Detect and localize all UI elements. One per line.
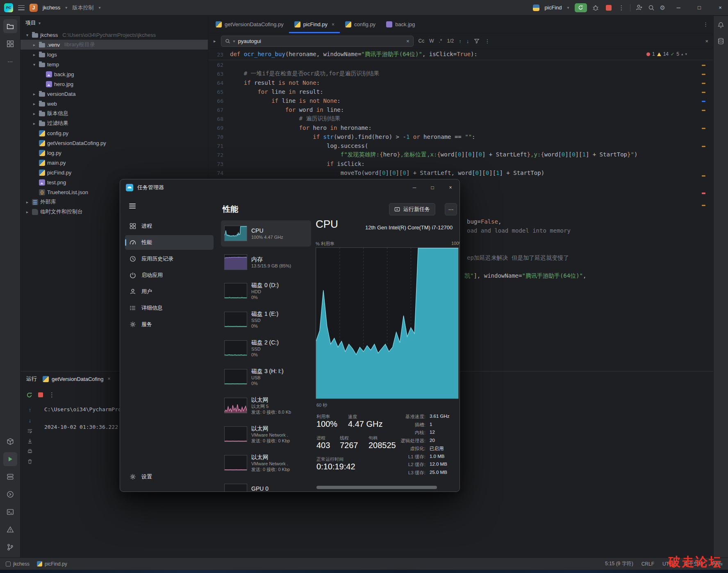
version-control-button[interactable] bbox=[3, 540, 17, 554]
scrollbar-mark[interactable] bbox=[702, 175, 705, 177]
code-line[interactable]: 72 f"发现英雄牌:{hero},坐标位置,x:{word[0][0][0] … bbox=[209, 150, 713, 159]
tree-item[interactable]: ▸版本信息 bbox=[20, 109, 208, 118]
tree-item[interactable]: ▸过滤结果 bbox=[20, 118, 208, 128]
search-input[interactable]: ▾ pyautogui × bbox=[221, 36, 414, 47]
module-widget[interactable]: jkchess bbox=[6, 561, 30, 567]
scroll-to-end-button[interactable] bbox=[27, 438, 33, 444]
regex-toggle[interactable]: .* bbox=[439, 38, 442, 44]
code-editor[interactable]: 6263 # 一堆if是在检查是否ocr成功,for是遍历识别结果64 if r… bbox=[209, 60, 713, 186]
run-panel-title[interactable]: 运行 bbox=[26, 375, 37, 383]
up-stack-trace-button[interactable]: ↑ bbox=[29, 407, 32, 413]
code-line[interactable]: 70 if str(word).find(hero) > -1 or heron… bbox=[209, 132, 713, 141]
close-search-button[interactable]: × bbox=[705, 38, 708, 44]
clear-console-button[interactable] bbox=[27, 459, 33, 464]
code-line[interactable]: 74 moveTo(word[0][0][0] + StartLeft, wor… bbox=[209, 168, 713, 177]
run-session-tab[interactable]: getVersionDataCofing × bbox=[43, 376, 111, 382]
tree-item-selected[interactable]: ▸.venvlibrary根目录 bbox=[20, 40, 208, 50]
scrollbar-mark[interactable] bbox=[702, 101, 705, 102]
search-everywhere-button[interactable] bbox=[648, 5, 655, 11]
code-line[interactable]: 73 if isClick: bbox=[209, 159, 713, 168]
line-ending-widget[interactable]: CRLF bbox=[642, 561, 654, 567]
perf-item-disk1[interactable]: 磁盘 1 (E:)SSD0% bbox=[221, 306, 311, 333]
task-manager-window[interactable]: 任务管理器 ─ □ × 进程 性能 应用历史记录 bbox=[120, 179, 460, 492]
vcs-widget[interactable]: 版本控制 bbox=[72, 4, 93, 11]
tree-item[interactable]: ▸web bbox=[20, 99, 208, 109]
tab-backjpg[interactable]: back.jpg bbox=[381, 16, 420, 33]
next-match-button[interactable]: ↓ bbox=[466, 38, 469, 44]
stop-button[interactable] bbox=[604, 3, 613, 12]
close-icon[interactable]: × bbox=[332, 22, 334, 27]
clear-search-icon[interactable]: × bbox=[406, 38, 410, 44]
scrollbar-mark[interactable] bbox=[702, 146, 705, 147]
search-options-button[interactable]: ⋮ bbox=[485, 38, 490, 44]
notifications-button[interactable] bbox=[717, 22, 724, 29]
nav-item-app-history[interactable]: 应用历史记录 bbox=[125, 251, 214, 266]
tree-item[interactable]: log.py bbox=[20, 148, 208, 158]
project-selector[interactable]: jkchess bbox=[43, 5, 60, 11]
stop-icon[interactable] bbox=[38, 392, 43, 397]
inspection-widget[interactable]: 1 14 ✓5 ▴ ▾ bbox=[644, 50, 689, 58]
cpu-utilization-chart[interactable] bbox=[316, 247, 459, 399]
tool-window-structure-button[interactable] bbox=[3, 37, 17, 51]
run-config-selector[interactable]: picFind bbox=[545, 5, 562, 11]
python-packages-button[interactable] bbox=[3, 435, 17, 448]
filter-button[interactable] bbox=[474, 38, 480, 44]
tool-window-services-button[interactable] bbox=[3, 470, 17, 484]
current-file-widget[interactable]: picFind.py bbox=[37, 561, 67, 567]
perf-item-disk2[interactable]: 磁盘 2 (C:)SSD0% bbox=[221, 335, 311, 361]
perf-item-disk0[interactable]: 磁盘 0 (D:)HDD0% bbox=[221, 278, 311, 304]
scrollbar-mark[interactable] bbox=[702, 83, 705, 84]
scrollbar-mark[interactable] bbox=[702, 193, 705, 194]
main-menu-button[interactable] bbox=[18, 5, 25, 10]
tree-item[interactable]: hero.jpg bbox=[20, 79, 208, 89]
minimize-button[interactable]: ─ bbox=[671, 0, 686, 16]
settings-button[interactable]: ⚙ bbox=[660, 4, 665, 11]
whole-words-toggle[interactable]: W bbox=[429, 38, 434, 44]
tab-config[interactable]: config.py bbox=[340, 16, 381, 33]
next-problem-button[interactable]: ▾ bbox=[685, 52, 687, 56]
perf-item-disk3[interactable]: 磁盘 3 (H: I:)USB0% bbox=[221, 364, 311, 390]
tree-item[interactable]: ▸logs bbox=[20, 50, 208, 59]
perf-item-ethernet[interactable]: 以太网以太网 5发送: 0 接收: 8.0 Kb bbox=[221, 392, 311, 419]
tool-window-run-button[interactable] bbox=[3, 452, 17, 466]
nav-item-startup-apps[interactable]: 启动应用 bbox=[125, 268, 214, 283]
close-button[interactable]: × bbox=[441, 179, 460, 196]
more-tool-windows-button[interactable]: ⋯ bbox=[3, 54, 17, 68]
minimize-button[interactable]: ─ bbox=[405, 179, 423, 196]
tree-item[interactable]: picFind.py bbox=[20, 168, 208, 177]
task-manager-titlebar[interactable]: 任务管理器 ─ □ × bbox=[120, 179, 460, 196]
code-line[interactable]: 62 bbox=[209, 60, 713, 69]
perf-item-gpu[interactable]: GPU 0NVIDIA GeForce... bbox=[221, 478, 311, 492]
nav-menu-button[interactable] bbox=[125, 200, 140, 212]
perf-item-ethernet-vmware1[interactable]: 以太网VMware Network .发送: 0 接收: 0 Kbp bbox=[221, 421, 311, 447]
caret-position-widget[interactable]: 5:15 (9 字符) bbox=[605, 560, 633, 567]
tree-item[interactable]: main.py bbox=[20, 158, 208, 168]
nav-item-services[interactable]: 服务 bbox=[125, 317, 214, 332]
horizontal-scrollbar[interactable] bbox=[316, 486, 437, 489]
code-line[interactable]: 64 if result is not None: bbox=[209, 78, 713, 87]
tree-item[interactable]: back.jpg bbox=[20, 69, 208, 79]
perf-item-memory[interactable]: 内存13.5/15.9 GB (85%) bbox=[221, 249, 311, 275]
tab-getversiondatacofing[interactable]: getVersionDataCofing.py bbox=[210, 16, 289, 33]
tree-item[interactable]: ▾jkchessC:\Users\oi34\PycharmProjects\jk… bbox=[20, 30, 208, 40]
close-icon[interactable]: × bbox=[107, 376, 110, 382]
scrollbar-mark[interactable] bbox=[702, 205, 705, 206]
print-button[interactable] bbox=[27, 448, 33, 454]
code-line[interactable]: 67 for word in line: bbox=[209, 105, 713, 114]
tab-options-button[interactable]: ⋮ bbox=[703, 21, 708, 27]
code-line[interactable]: 69 for hero in heroname: bbox=[209, 123, 713, 132]
chevron-down-icon[interactable]: ▾ bbox=[233, 39, 235, 43]
chevron-right-icon[interactable]: ▸ bbox=[214, 39, 216, 44]
python-console-button[interactable] bbox=[3, 487, 17, 501]
scrollbar-mark[interactable] bbox=[702, 65, 705, 66]
tree-item[interactable]: ▾temp bbox=[20, 59, 208, 69]
tree-item[interactable]: config.py bbox=[20, 128, 208, 138]
problems-button[interactable] bbox=[3, 523, 17, 537]
debug-button[interactable] bbox=[592, 5, 599, 11]
nav-item-users[interactable]: 用户 bbox=[125, 284, 214, 299]
code-line[interactable]: 66 if line is not None: bbox=[209, 96, 713, 105]
tree-item[interactable]: ▸versionData bbox=[20, 89, 208, 99]
project-panel-header[interactable]: 项目 ▾ bbox=[20, 16, 208, 30]
code-line[interactable]: 71 log.success( bbox=[209, 141, 713, 150]
soft-wrap-button[interactable] bbox=[27, 428, 33, 434]
